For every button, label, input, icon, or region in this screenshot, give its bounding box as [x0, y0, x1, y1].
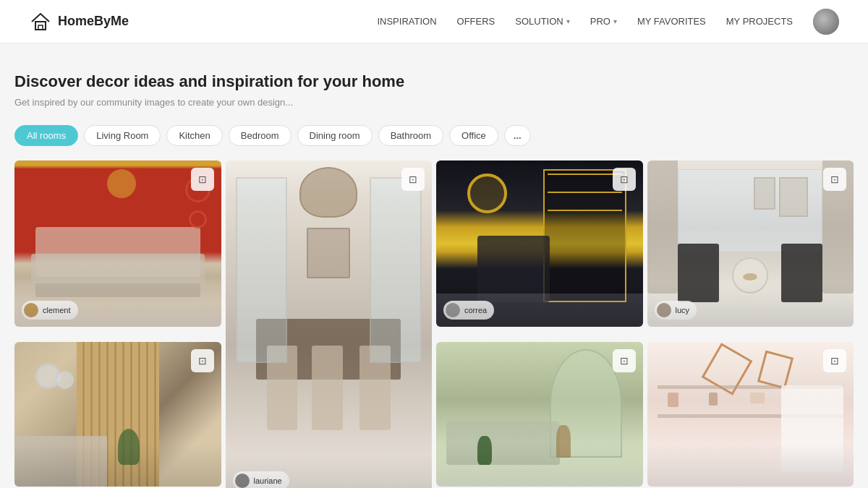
- username-2: lauriane: [254, 476, 282, 485]
- bookmark-btn-7[interactable]: ⊡: [823, 349, 846, 372]
- nav-inspiration[interactable]: INSPIRATION: [377, 16, 436, 27]
- user-avatar-3: [446, 303, 460, 317]
- nav-my-projects[interactable]: MY PROJECTS: [726, 16, 793, 27]
- user-avatar-1: [24, 303, 38, 317]
- user-avatar-2: [235, 474, 250, 488]
- grid-item-5[interactable]: ⊡: [14, 342, 221, 487]
- username-4: lucy: [676, 306, 690, 314]
- filter-all-rooms[interactable]: All rooms: [14, 125, 78, 146]
- nav: INSPIRATION OFFERS SOLUTION ▾ PRO ▾ MY F…: [377, 9, 839, 35]
- logo[interactable]: HomeByMe: [29, 10, 129, 33]
- page-subtitle: Get inspired by our community images to …: [14, 97, 854, 108]
- bookmark-icon-4: ⊡: [830, 174, 839, 185]
- bookmark-icon-2: ⊡: [409, 174, 417, 185]
- avatar-image: [813, 9, 839, 35]
- bookmark-icon-1: ⊡: [198, 174, 207, 185]
- page-title: Discover decor ideas and inspiration for…: [14, 72, 854, 91]
- nav-offers[interactable]: OFFERS: [457, 16, 495, 27]
- user-label-3: correa: [443, 301, 494, 320]
- user-avatar[interactable]: [813, 9, 839, 35]
- bookmark-icon-3: ⊡: [620, 174, 629, 185]
- filter-more[interactable]: ...: [504, 125, 531, 146]
- solution-chevron-icon: ▾: [566, 17, 570, 25]
- grid-item-1[interactable]: ⊡ clement: [14, 160, 221, 327]
- grid-item-3[interactable]: ⊡ correa: [436, 160, 643, 327]
- username-1: clement: [43, 306, 71, 314]
- bookmark-icon-7: ⊡: [830, 355, 839, 367]
- filter-bar: All rooms Living Room Kitchen Bedroom Di…: [14, 125, 854, 146]
- logo-text: HomeByMe: [58, 14, 129, 29]
- inspiration-grid: ⊡ clement: [14, 160, 854, 488]
- nav-solution[interactable]: SOLUTION ▾: [515, 16, 569, 27]
- nav-pro[interactable]: PRO ▾: [590, 16, 617, 27]
- user-label-2: lauriane: [233, 471, 289, 488]
- user-label-4: lucy: [655, 301, 697, 320]
- grid-item-4[interactable]: ⊡ lucy: [647, 160, 854, 327]
- bookmark-btn-3[interactable]: ⊡: [613, 168, 636, 191]
- header: HomeByMe INSPIRATION OFFERS SOLUTION ▾ P…: [0, 0, 868, 43]
- bookmark-btn-2[interactable]: ⊡: [401, 168, 425, 191]
- username-3: correa: [464, 306, 487, 314]
- grid-item-6[interactable]: ⊡: [436, 342, 643, 487]
- pro-chevron-icon: ▾: [613, 17, 617, 25]
- filter-living-room[interactable]: Living Room: [84, 125, 161, 146]
- nav-my-favorites[interactable]: MY FAVORITES: [637, 16, 706, 27]
- bookmark-icon-6: ⊡: [620, 355, 629, 367]
- filter-dining-room[interactable]: Dining room: [297, 125, 373, 146]
- filter-bedroom[interactable]: Bedroom: [229, 125, 292, 146]
- bookmark-btn-5[interactable]: ⊡: [191, 349, 214, 372]
- user-label-1: clement: [22, 301, 78, 320]
- logo-icon: [29, 10, 52, 33]
- grid-item-7[interactable]: ⊡: [647, 342, 854, 487]
- filter-office[interactable]: Office: [449, 125, 498, 146]
- bookmark-btn-4[interactable]: ⊡: [823, 168, 846, 191]
- user-avatar-4: [657, 303, 671, 317]
- bookmark-btn-6[interactable]: ⊡: [613, 349, 636, 372]
- grid-item-2[interactable]: ⊡ lauriane: [226, 160, 433, 488]
- bookmark-btn-1[interactable]: ⊡: [191, 168, 214, 191]
- bookmark-icon-5: ⊡: [198, 355, 207, 367]
- filter-bathroom[interactable]: Bathroom: [378, 125, 443, 146]
- main-content: Discover decor ideas and inspiration for…: [0, 43, 868, 488]
- filter-kitchen[interactable]: Kitchen: [166, 125, 222, 146]
